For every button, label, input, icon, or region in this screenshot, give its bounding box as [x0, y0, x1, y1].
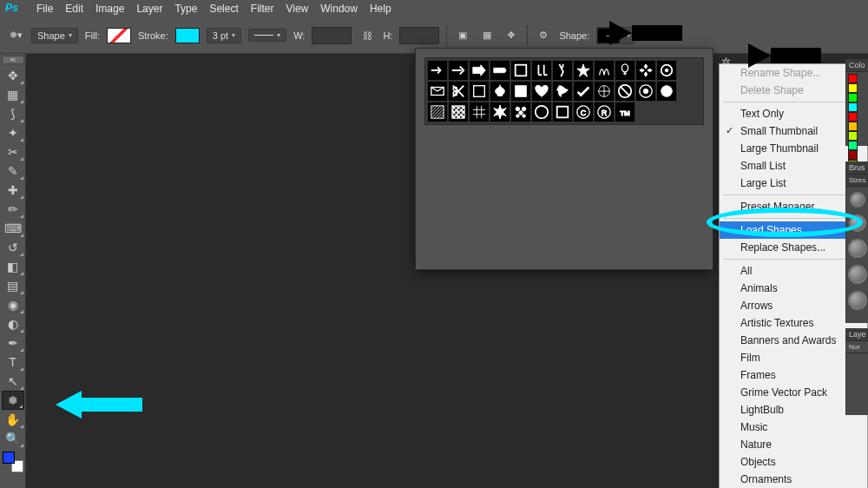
path-alignment-icon[interactable]: ▦ — [478, 27, 496, 44]
brush-preset[interactable] — [849, 214, 866, 232]
color-panel-tab[interactable]: Colo — [846, 59, 868, 72]
color-swatch[interactable] — [848, 150, 858, 160]
tool-preset-button[interactable]: ❅▾ — [7, 27, 24, 44]
fill-swatch[interactable] — [107, 28, 131, 43]
brush-preset[interactable] — [848, 265, 867, 284]
tool-mode-dropdown[interactable]: Shape▾ — [31, 28, 78, 43]
brush-preset[interactable] — [848, 239, 867, 258]
color-swatch[interactable] — [848, 112, 858, 122]
collapse-toggle[interactable]: ≪ — [2, 56, 24, 64]
custom-shape-tool[interactable]: ❅ — [2, 391, 24, 410]
height-input[interactable] — [399, 27, 439, 44]
shape-thumbnail[interactable] — [635, 81, 656, 102]
shape-thumbnail[interactable] — [490, 102, 510, 122]
shape-thumbnail[interactable] — [531, 60, 552, 81]
marquee-tool[interactable]: ▦ — [2, 85, 24, 104]
gear-icon[interactable]: ⚙ — [535, 27, 552, 44]
shape-thumbnail[interactable]: TM — [615, 102, 635, 122]
menu-item-music[interactable]: Music — [720, 419, 867, 436]
shape-thumbnail[interactable] — [469, 81, 490, 102]
move-tool[interactable]: ✥ — [2, 66, 24, 85]
shape-thumbnail[interactable] — [469, 60, 490, 81]
path-selection-tool[interactable]: ↖ — [2, 372, 24, 391]
shape-thumbnail[interactable] — [427, 102, 448, 122]
color-swatch[interactable] — [848, 141, 858, 150]
layers-panel-tab[interactable]: Laye — [846, 328, 868, 341]
menu-item-objects[interactable]: Objects — [720, 453, 867, 471]
pen-tool[interactable]: ✒ — [2, 333, 24, 353]
brush-preset[interactable] — [848, 291, 867, 310]
shape-thumbnail[interactable] — [469, 102, 490, 122]
stroke-style-dropdown[interactable]: ▾ — [248, 29, 286, 42]
path-arrangement-icon[interactable]: ❖ — [503, 27, 520, 44]
blend-mode[interactable]: Nor — [846, 341, 868, 353]
shape-thumbnail[interactable] — [552, 81, 573, 102]
menu-select[interactable]: Select — [204, 1, 243, 16]
shape-thumbnail[interactable] — [490, 81, 510, 102]
shape-thumbnail[interactable] — [510, 60, 531, 81]
foreground-color-swatch[interactable] — [3, 452, 15, 464]
type-tool[interactable]: T — [2, 353, 24, 372]
eraser-tool[interactable]: ◧ — [2, 257, 24, 276]
menu-type[interactable]: Type — [169, 1, 202, 16]
shape-thumbnail[interactable] — [656, 81, 677, 102]
crop-tool[interactable]: ✂ — [2, 142, 24, 162]
gradient-tool[interactable]: ▤ — [2, 276, 24, 295]
shape-thumbnail[interactable] — [656, 60, 677, 81]
dodge-tool[interactable]: ◐ — [2, 314, 24, 333]
color-swatch[interactable] — [848, 131, 858, 141]
menu-window[interactable]: Window — [315, 1, 363, 16]
shape-thumbnail[interactable]: C — [573, 102, 594, 122]
shape-thumbnail[interactable] — [531, 102, 552, 122]
magic-wand-tool[interactable]: ✦ — [2, 123, 24, 142]
clone-stamp-tool[interactable]: ⌨ — [2, 219, 24, 238]
color-swatch[interactable] — [848, 93, 858, 102]
stroke-swatch[interactable] — [175, 28, 200, 43]
link-wh-icon[interactable]: ⛓ — [358, 27, 376, 44]
foreground-background-color[interactable] — [3, 452, 23, 472]
shape-thumbnail[interactable] — [510, 102, 531, 122]
zoom-tool[interactable]: 🔍 — [2, 429, 24, 448]
menu-layer[interactable]: Layer — [131, 1, 168, 16]
shape-thumbnail[interactable] — [427, 81, 448, 102]
shape-thumbnail[interactable] — [448, 81, 469, 102]
menu-filter[interactable]: Filter — [246, 1, 279, 16]
menu-file[interactable]: File — [31, 1, 58, 16]
shape-thumbnail[interactable]: R — [594, 102, 615, 122]
shape-thumbnail[interactable] — [615, 60, 635, 81]
eyedropper-tool[interactable]: ✎ — [2, 162, 24, 181]
color-swatch[interactable] — [848, 102, 858, 112]
blur-tool[interactable]: ◉ — [2, 295, 24, 314]
brush-tool[interactable]: ✏ — [2, 200, 24, 219]
menu-edit[interactable]: Edit — [60, 1, 89, 16]
stroke-width-dropdown[interactable]: 3 pt▾ — [207, 28, 241, 43]
lasso-tool[interactable]: ⟆ — [2, 104, 24, 123]
brush-panel-tab[interactable]: Brus — [846, 162, 868, 175]
menu-item-nature[interactable]: Nature — [720, 436, 867, 453]
shape-thumbnail[interactable] — [490, 60, 510, 81]
color-swatch[interactable] — [848, 83, 858, 93]
menu-view[interactable]: View — [280, 1, 313, 16]
shape-thumbnail[interactable] — [573, 81, 594, 102]
shape-thumbnail[interactable] — [552, 60, 573, 81]
menu-image[interactable]: Image — [90, 1, 129, 16]
color-swatch[interactable] — [848, 122, 858, 131]
menu-item-ornaments[interactable]: Ornaments — [720, 471, 867, 488]
color-swatch[interactable] — [848, 74, 858, 83]
shape-thumbnail[interactable] — [635, 60, 656, 81]
shape-thumbnail[interactable] — [448, 60, 469, 81]
shape-thumbnail[interactable] — [531, 81, 552, 102]
shape-thumbnail[interactable] — [573, 60, 594, 81]
path-operations-icon[interactable]: ▣ — [454, 27, 471, 44]
width-input[interactable] — [312, 27, 352, 44]
history-brush-tool[interactable]: ↺ — [2, 238, 24, 257]
menu-help[interactable]: Help — [365, 1, 397, 16]
shape-thumbnail[interactable] — [427, 60, 448, 81]
shape-thumbnail[interactable] — [594, 60, 615, 81]
hand-tool[interactable]: ✋ — [2, 410, 24, 429]
shape-thumbnail[interactable] — [448, 102, 469, 122]
shape-thumbnail[interactable] — [615, 81, 635, 102]
shape-thumbnail[interactable] — [510, 81, 531, 102]
brush-preset[interactable] — [850, 192, 865, 208]
healing-brush-tool[interactable]: ✚ — [2, 181, 24, 200]
